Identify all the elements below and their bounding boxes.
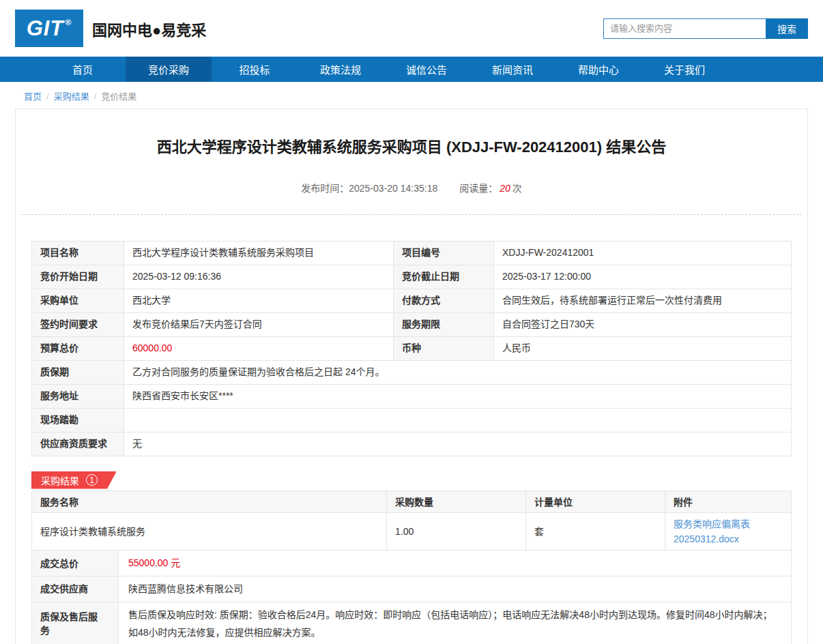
publish-time-label: 发布时间： xyxy=(301,183,349,194)
attachment-cell: 服务类响应偏离表 20250312.docx xyxy=(665,512,792,551)
info-value: 乙方对合同服务的质量保证期为验收合格后之日起 24个月。 xyxy=(124,360,792,384)
summary-label: 质保及售后服务 xyxy=(32,602,119,644)
info-label: 竞价截止日期 xyxy=(394,265,494,289)
table-row: 预算总价 60000.00 币种 人民币 xyxy=(32,336,792,360)
info-label: 币种 xyxy=(394,336,494,360)
service-name-cell: 程序设计类教辅系统服务 xyxy=(32,512,387,551)
info-value: 2025-03-17 12:00:00 xyxy=(494,265,792,289)
info-label: 付款方式 xyxy=(394,289,494,312)
summary-label: 成交总价 xyxy=(32,551,119,576)
views-count: 20 xyxy=(500,183,510,194)
column-header: 采购数量 xyxy=(387,491,526,512)
deal-total-amount: 55000.00 元 xyxy=(128,557,180,568)
budget-total-value: 60000.00 xyxy=(124,336,394,360)
table-row: 服务地址 陕西省西安市长安区**** xyxy=(32,384,792,408)
result-section-badge: 采购结果 1 xyxy=(31,471,117,489)
info-value xyxy=(124,408,792,432)
info-label: 质保期 xyxy=(32,360,124,384)
table-row: 成交总价 55000.00 元 xyxy=(32,551,792,576)
column-header: 服务名称 xyxy=(32,491,387,512)
nav-item-news[interactable]: 新闻资讯 xyxy=(470,57,555,82)
nav-item-policy[interactable]: 政策法规 xyxy=(298,57,384,82)
dashed-divider xyxy=(21,214,802,215)
table-header-row: 服务名称 采购数量 计量单位 附件 xyxy=(32,491,792,512)
views-label: 阅读量： xyxy=(459,183,497,194)
result-badge-label: 采购结果 xyxy=(41,473,79,487)
article-meta: 发布时间：2025-03-20 14:35:18 阅读量：20次 xyxy=(31,181,792,194)
search-input[interactable] xyxy=(603,18,766,39)
table-row: 项目名称 西北大学程序设计类教辅系统服务采购项目 项目编号 XDJJ-FW-20… xyxy=(32,241,792,265)
info-label: 采购单位 xyxy=(32,289,124,312)
deal-total-value: 55000.00 元 xyxy=(119,551,792,576)
site-brand-title: 国网中电●易竞采 xyxy=(92,18,206,40)
info-value: 西北大学程序设计类教辅系统服务采购项目 xyxy=(124,241,394,265)
info-value: 合同生效后，待系统部署运行正常后一次性付清费用 xyxy=(494,289,792,312)
info-label: 预算总价 xyxy=(32,336,124,360)
deal-summary-table: 成交总价 55000.00 元 成交供应商 陕西蓝腾信息技术有限公司 质保及售后… xyxy=(31,550,792,644)
table-row: 质保期 乙方对合同服务的质量保证期为验收合格后之日起 24个月。 xyxy=(32,360,792,384)
info-value: 陕西省西安市长安区**** xyxy=(124,384,792,408)
info-value: 人民币 xyxy=(494,336,792,360)
page-title: 西北大学程序设计类教辅系统服务采购项目 (XDJJ-FW-202412001) … xyxy=(31,138,792,158)
table-row: 程序设计类教辅系统服务 1.00 套 服务类响应偏离表 20250312.doc… xyxy=(32,512,792,551)
unit-cell: 套 xyxy=(526,512,665,551)
breadcrumb-procurement-results[interactable]: 采购结果 xyxy=(54,91,89,102)
project-info-table: 项目名称 西北大学程序设计类教辅系统服务采购项目 项目编号 XDJJ-FW-20… xyxy=(31,241,792,456)
table-row: 签约时间要求 发布竞价结果后7天内签订合同 服务期限 自合同签订之日730天 xyxy=(32,312,792,336)
info-label: 签约时间要求 xyxy=(32,312,124,336)
result-table: 服务名称 采购数量 计量单位 附件 程序设计类教辅系统服务 1.00 套 服务类… xyxy=(31,491,792,551)
table-row: 采购单位 西北大学 付款方式 合同生效后，待系统部署运行正常后一次性付清费用 xyxy=(32,289,792,312)
column-header: 计量单位 xyxy=(526,491,665,512)
breadcrumb-separator: / xyxy=(94,91,97,102)
result-count-badge: 1 xyxy=(86,474,98,486)
warranty-service-value: 售后质保及响应时效: 质保期：验收合格后24月。响应时效：即时响应（包括电话响应… xyxy=(119,602,792,644)
table-row: 成交供应商 陕西蓝腾信息技术有限公司 xyxy=(32,576,792,602)
main-nav: 首页 竞价采购 招投标 政策法规 诚信公告 新闻资讯 帮助中心 关于我们 xyxy=(0,57,823,82)
info-label: 项目名称 xyxy=(32,241,124,265)
info-label: 服务期限 xyxy=(394,312,494,336)
announcement-card: 西北大学程序设计类教辅系统服务采购项目 (XDJJ-FW-202412001) … xyxy=(15,108,808,644)
info-label: 服务地址 xyxy=(32,384,124,408)
budget-total-amount: 60000.00 xyxy=(132,342,172,353)
info-label: 项目编号 xyxy=(394,241,494,265)
search-bar: 搜索 xyxy=(603,18,808,39)
breadcrumb-current: 竞价结果 xyxy=(101,91,136,102)
quantity-cell: 1.00 xyxy=(387,512,526,551)
info-label: 供应商资质要求 xyxy=(32,432,124,456)
info-value: 自合同签订之日730天 xyxy=(494,312,792,336)
info-label: 现场踏勘 xyxy=(32,408,124,432)
logo-text: GIT xyxy=(27,16,64,41)
summary-label: 成交供应商 xyxy=(32,576,119,602)
column-header: 附件 xyxy=(665,491,792,512)
breadcrumb-separator: / xyxy=(46,91,49,102)
breadcrumb: 首页/采购结果/竞价结果 xyxy=(0,82,823,108)
views-unit: 次 xyxy=(512,183,522,194)
site-logo[interactable]: GIT® xyxy=(15,10,83,47)
breadcrumb-home[interactable]: 首页 xyxy=(24,91,42,102)
info-value: XDJJ-FW-202412001 xyxy=(494,241,792,265)
nav-item-tender[interactable]: 招投标 xyxy=(212,57,298,82)
table-row: 现场踏勘 xyxy=(32,408,792,432)
nav-item-help-center[interactable]: 帮助中心 xyxy=(555,57,641,82)
nav-item-home[interactable]: 首页 xyxy=(40,57,126,82)
search-button[interactable]: 搜索 xyxy=(766,18,808,39)
info-label: 竞价开始日期 xyxy=(32,265,124,289)
info-value: 无 xyxy=(124,432,792,456)
nav-item-about-us[interactable]: 关于我们 xyxy=(641,57,727,82)
registered-trademark-icon: ® xyxy=(65,18,72,27)
nav-item-integrity-notice[interactable]: 诚信公告 xyxy=(384,57,470,82)
table-row: 供应商资质要求 无 xyxy=(32,432,792,456)
table-row: 质保及售后服务 售后质保及响应时效: 质保期：验收合格后24月。响应时效：即时响… xyxy=(32,602,792,644)
publish-time-value: 2025-03-20 14:35:18 xyxy=(349,183,437,194)
supplier-value: 陕西蓝腾信息技术有限公司 xyxy=(119,576,792,602)
top-header: GIT® 国网中电●易竞采 搜索 xyxy=(0,0,823,57)
info-value: 2025-03-12 09:16:36 xyxy=(124,265,394,289)
nav-item-bidding-purchase[interactable]: 竞价采购 xyxy=(126,57,212,82)
attachment-link[interactable]: 服务类响应偏离表 20250312.docx xyxy=(674,518,750,544)
table-row: 竞价开始日期 2025-03-12 09:16:36 竞价截止日期 2025-0… xyxy=(32,265,792,289)
info-value: 西北大学 xyxy=(124,289,394,312)
info-value: 发布竞价结果后7天内签订合同 xyxy=(124,312,394,336)
